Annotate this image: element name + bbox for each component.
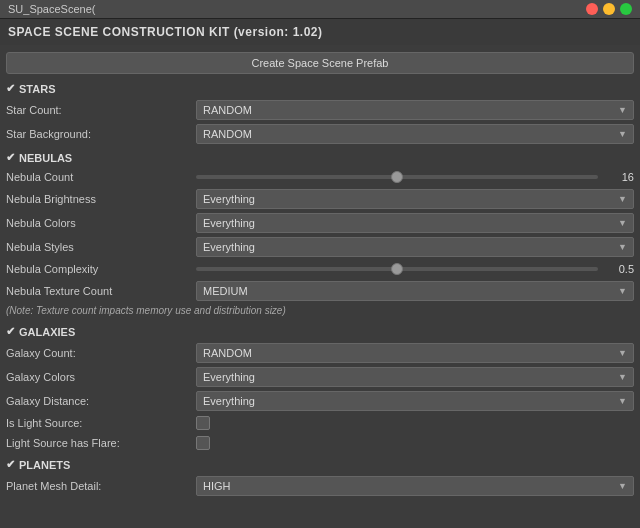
planet-mesh-detail-label: Planet Mesh Detail:	[6, 480, 196, 492]
galaxy-distance-row: Galaxy Distance: Everything ▼	[6, 389, 634, 413]
nebula-complexity-value: 0.5	[604, 263, 634, 275]
galaxy-distance-label: Galaxy Distance:	[6, 395, 196, 407]
galaxy-distance-control: Everything ▼	[196, 391, 634, 411]
stars-section-header: ✔ STARS	[6, 77, 634, 98]
window-title: SU_SpaceScene(	[8, 3, 95, 15]
star-count-row: Star Count: RANDOM ▼	[6, 98, 634, 122]
minimize-button[interactable]	[603, 3, 615, 15]
nebula-styles-label: Nebula Styles	[6, 241, 196, 253]
nebula-styles-control: Everything ▼	[196, 237, 634, 257]
nebula-complexity-row: Nebula Complexity 0.5	[6, 259, 634, 279]
chevron-down-icon: ▼	[618, 286, 627, 296]
title-bar: SU_SpaceScene(	[0, 0, 640, 19]
nebula-colors-row: Nebula Colors Everything ▼	[6, 211, 634, 235]
chevron-down-icon: ▼	[618, 396, 627, 406]
is-light-source-control	[196, 416, 634, 430]
chevron-down-icon: ▼	[618, 348, 627, 358]
star-background-row: Star Background: RANDOM ▼	[6, 122, 634, 146]
galaxies-label: GALAXIES	[19, 326, 75, 338]
nebula-colors-control: Everything ▼	[196, 213, 634, 233]
galaxies-checkmark: ✔	[6, 325, 15, 338]
galaxy-colors-control: Everything ▼	[196, 367, 634, 387]
chevron-down-icon: ▼	[618, 218, 627, 228]
star-count-control: RANDOM ▼	[196, 100, 634, 120]
nebula-count-row: Nebula Count 16	[6, 167, 634, 187]
is-light-source-row: Is Light Source:	[6, 413, 634, 433]
light-source-flare-row: Light Source has Flare:	[6, 433, 634, 453]
maximize-button[interactable]	[620, 3, 632, 15]
nebula-texture-count-control: MEDIUM ▼	[196, 281, 634, 301]
planet-mesh-detail-dropdown[interactable]: HIGH ▼	[196, 476, 634, 496]
nebula-brightness-dropdown[interactable]: Everything ▼	[196, 189, 634, 209]
texture-note: (Note: Texture count impacts memory use …	[6, 303, 634, 320]
nebula-complexity-slider[interactable]	[196, 267, 598, 271]
galaxy-count-row: Galaxy Count: RANDOM ▼	[6, 341, 634, 365]
window-controls	[586, 3, 632, 15]
app-header: SPACE SCENE CONSTRUCTION KIT (version: 1…	[0, 19, 640, 45]
light-source-flare-checkbox[interactable]	[196, 436, 210, 450]
stars-checkmark: ✔	[6, 82, 15, 95]
main-content: Create Space Scene Prefab ✔ STARS Star C…	[0, 45, 640, 515]
nebula-brightness-row: Nebula Brightness Everything ▼	[6, 187, 634, 211]
nebulas-section-header: ✔ NEBULAS	[6, 146, 634, 167]
nebula-styles-row: Nebula Styles Everything ▼	[6, 235, 634, 259]
galaxy-colors-dropdown[interactable]: Everything ▼	[196, 367, 634, 387]
nebula-complexity-label: Nebula Complexity	[6, 263, 196, 275]
planet-mesh-detail-control: HIGH ▼	[196, 476, 634, 496]
planets-checkmark: ✔	[6, 458, 15, 471]
nebula-colors-dropdown[interactable]: Everything ▼	[196, 213, 634, 233]
light-source-flare-control	[196, 436, 634, 450]
planets-section-header: ✔ PLANETS	[6, 453, 634, 474]
star-background-control: RANDOM ▼	[196, 124, 634, 144]
star-background-label: Star Background:	[6, 128, 196, 140]
nebulas-checkmark: ✔	[6, 151, 15, 164]
galaxy-colors-label: Galaxy Colors	[6, 371, 196, 383]
close-button[interactable]	[586, 3, 598, 15]
nebula-styles-dropdown[interactable]: Everything ▼	[196, 237, 634, 257]
nebula-count-label: Nebula Count	[6, 171, 196, 183]
planets-label: PLANETS	[19, 459, 70, 471]
nebula-colors-label: Nebula Colors	[6, 217, 196, 229]
chevron-down-icon: ▼	[618, 372, 627, 382]
nebula-count-slider[interactable]	[196, 175, 598, 179]
light-source-flare-label: Light Source has Flare:	[6, 437, 196, 449]
galaxy-count-control: RANDOM ▼	[196, 343, 634, 363]
chevron-down-icon: ▼	[618, 105, 627, 115]
galaxy-distance-dropdown[interactable]: Everything ▼	[196, 391, 634, 411]
galaxy-count-dropdown[interactable]: RANDOM ▼	[196, 343, 634, 363]
nebula-texture-count-label: Nebula Texture Count	[6, 285, 196, 297]
nebula-texture-count-row: Nebula Texture Count MEDIUM ▼	[6, 279, 634, 303]
nebula-complexity-control: 0.5	[196, 263, 634, 275]
chevron-down-icon: ▼	[618, 242, 627, 252]
nebula-brightness-label: Nebula Brightness	[6, 193, 196, 205]
is-light-source-label: Is Light Source:	[6, 417, 196, 429]
planet-mesh-detail-row: Planet Mesh Detail: HIGH ▼	[6, 474, 634, 498]
galaxy-count-label: Galaxy Count:	[6, 347, 196, 359]
nebula-count-value: 16	[604, 171, 634, 183]
is-light-source-checkbox[interactable]	[196, 416, 210, 430]
star-background-dropdown[interactable]: RANDOM ▼	[196, 124, 634, 144]
stars-label: STARS	[19, 83, 55, 95]
galaxy-colors-row: Galaxy Colors Everything ▼	[6, 365, 634, 389]
chevron-down-icon: ▼	[618, 194, 627, 204]
chevron-down-icon: ▼	[618, 481, 627, 491]
chevron-down-icon: ▼	[618, 129, 627, 139]
nebula-count-control: 16	[196, 171, 634, 183]
star-count-dropdown[interactable]: RANDOM ▼	[196, 100, 634, 120]
nebula-texture-count-dropdown[interactable]: MEDIUM ▼	[196, 281, 634, 301]
create-prefab-button[interactable]: Create Space Scene Prefab	[6, 52, 634, 74]
nebula-brightness-control: Everything ▼	[196, 189, 634, 209]
galaxies-section-header: ✔ GALAXIES	[6, 320, 634, 341]
star-count-label: Star Count:	[6, 104, 196, 116]
nebulas-label: NEBULAS	[19, 152, 72, 164]
